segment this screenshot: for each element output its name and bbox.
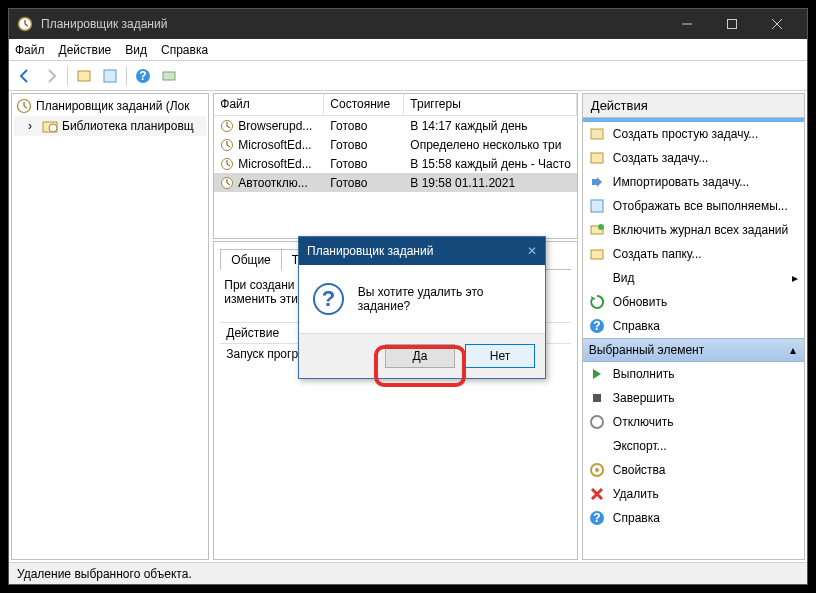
svg-point-26 <box>591 416 603 428</box>
minimize-button[interactable] <box>664 9 709 39</box>
dialog-close-icon[interactable]: ✕ <box>527 244 537 258</box>
col-state[interactable]: Состояние <box>324 94 404 115</box>
action-item[interactable]: Включить журнал всех заданий <box>583 218 804 242</box>
action-sub-item[interactable]: Свойства <box>583 458 804 482</box>
titlebar: Планировщик заданий <box>9 9 807 39</box>
tree-pane[interactable]: Планировщик заданий (Лок › Библиотека пл… <box>11 93 209 560</box>
tree-library[interactable]: › Библиотека планировщ <box>14 116 206 136</box>
svg-rect-18 <box>591 153 603 163</box>
toolbar: ? <box>9 61 807 91</box>
task-list[interactable]: Файл Состояние Триггеры Browserupd... Го… <box>213 93 578 239</box>
svg-rect-9 <box>163 72 175 80</box>
action-item[interactable]: Создать простую задачу... <box>583 122 804 146</box>
task-row[interactable]: MicrosoftEd... Готово В 15:58 каждый ден… <box>214 154 577 173</box>
no-button[interactable]: Нет <box>465 344 535 368</box>
menubar: Файл Действие Вид Справка <box>9 39 807 61</box>
action-sub-item[interactable]: ?Справка <box>583 506 804 530</box>
tab-general[interactable]: Общие <box>220 249 281 270</box>
action-sub-item[interactable]: Экспорт... <box>583 434 804 458</box>
maximize-button[interactable] <box>709 9 754 39</box>
toolbar-icon-3[interactable] <box>157 64 181 88</box>
action-subheader: Выбранный элемент▴ <box>583 338 804 362</box>
svg-point-12 <box>49 124 57 132</box>
clock-icon <box>16 98 32 114</box>
svg-rect-6 <box>104 70 116 82</box>
svg-text:?: ? <box>139 69 146 83</box>
tree-library-label: Библиотека планировщ <box>62 119 194 133</box>
expand-icon[interactable]: › <box>28 119 38 133</box>
action-item[interactable]: ?Справка <box>583 314 804 338</box>
action-sub-item[interactable]: Выполнить <box>583 362 804 386</box>
svg-rect-17 <box>591 129 603 139</box>
svg-rect-25 <box>593 394 601 402</box>
svg-point-28 <box>595 468 599 472</box>
action-item[interactable]: Импортировать задачу... <box>583 170 804 194</box>
confirm-dialog: Планировщик заданий ✕ ? Вы хотите удалит… <box>298 236 546 379</box>
col-triggers[interactable]: Триггеры <box>404 94 577 115</box>
action-item[interactable]: Создать папку... <box>583 242 804 266</box>
svg-point-21 <box>598 224 604 230</box>
svg-rect-22 <box>591 250 603 259</box>
actions-header: Действия <box>583 94 804 118</box>
svg-rect-5 <box>78 71 90 81</box>
action-sub-item[interactable]: Отключить <box>583 410 804 434</box>
dialog-message: Вы хотите удалить это задание? <box>358 285 531 313</box>
back-button[interactable] <box>13 64 37 88</box>
action-item[interactable]: Обновить <box>583 290 804 314</box>
menu-action[interactable]: Действие <box>59 43 112 57</box>
svg-rect-2 <box>727 20 736 29</box>
question-icon: ? <box>313 283 344 315</box>
window-title: Планировщик заданий <box>41 17 664 31</box>
task-row[interactable]: Browserupd... Готово В 14:17 каждый день <box>214 116 577 135</box>
folder-clock-icon <box>42 118 58 134</box>
actions-pane: Действия Создать простую задачу...Создат… <box>582 93 805 560</box>
tree-root-label: Планировщик заданий (Лок <box>36 99 190 113</box>
close-button[interactable] <box>754 9 799 39</box>
yes-button[interactable]: Да <box>385 344 455 368</box>
svg-text:?: ? <box>593 319 600 333</box>
action-sub-item[interactable]: Удалить <box>583 482 804 506</box>
action-item[interactable]: Создать задачу... <box>583 146 804 170</box>
dialog-titlebar: Планировщик заданий ✕ <box>299 237 545 265</box>
col-file[interactable]: Файл <box>214 94 324 115</box>
toolbar-icon-1[interactable] <box>72 64 96 88</box>
help-icon[interactable]: ? <box>131 64 155 88</box>
menu-help[interactable]: Справка <box>161 43 208 57</box>
action-item[interactable]: Вид▸ <box>583 266 804 290</box>
app-icon <box>17 16 33 32</box>
svg-rect-19 <box>591 200 603 212</box>
tree-root[interactable]: Планировщик заданий (Лок <box>14 96 206 116</box>
toolbar-icon-2[interactable] <box>98 64 122 88</box>
task-row[interactable]: MicrosoftEd... Готово Определено несколь… <box>214 135 577 154</box>
menu-file[interactable]: Файл <box>15 43 45 57</box>
action-item[interactable]: Отображать все выполняемы... <box>583 194 804 218</box>
forward-button[interactable] <box>39 64 63 88</box>
svg-text:?: ? <box>593 511 600 525</box>
dialog-title: Планировщик заданий <box>307 244 433 258</box>
status-text: Удаление выбранного объекта. <box>17 567 192 581</box>
menu-view[interactable]: Вид <box>125 43 147 57</box>
action-sub-item[interactable]: Завершить <box>583 386 804 410</box>
statusbar: Удаление выбранного объекта. <box>9 562 807 584</box>
task-row[interactable]: Автоотклю... Готово В 19:58 01.11.2021 <box>214 173 577 192</box>
